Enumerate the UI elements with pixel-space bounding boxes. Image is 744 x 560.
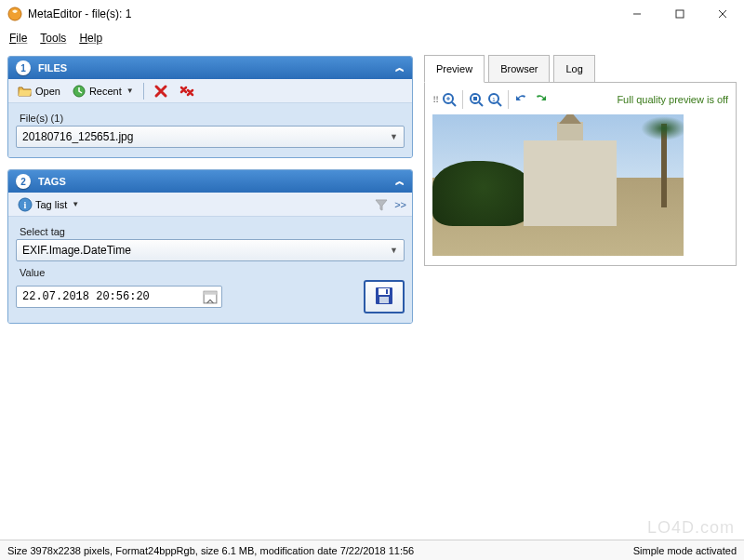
file-select-value: 20180716_125651.jpg <box>22 130 133 143</box>
value-input[interactable]: 22.07.2018 20:56:20 <box>16 286 222 308</box>
panel-number-badge: 1 <box>16 60 31 75</box>
content: 1 FILES ︽ Open Recent ▼ <box>0 48 744 538</box>
tag-select[interactable]: EXIF.Image.DateTime ▼ <box>16 239 405 261</box>
delete-button[interactable] <box>150 82 172 100</box>
value-label: Value <box>20 267 405 278</box>
expand-icon[interactable]: >> <box>394 199 406 210</box>
redo-icon[interactable] <box>533 92 548 107</box>
chevron-down-icon: ▼ <box>390 246 398 255</box>
status-left: Size 3978x2238 pixels, Format24bppRgb, s… <box>7 545 414 556</box>
preview-palm <box>661 124 667 207</box>
svg-rect-11 <box>379 288 390 295</box>
left-column: 1 FILES ︽ Open Recent ▼ <box>0 48 420 538</box>
window-title: MetaEditor - file(s): 1 <box>28 7 131 20</box>
quality-status: Full quality preview is off <box>617 94 728 105</box>
minimize-button[interactable] <box>616 0 658 28</box>
zoom-fit-icon[interactable] <box>469 92 484 107</box>
delete-all-button[interactable] <box>176 82 198 100</box>
svg-rect-9 <box>204 291 217 294</box>
menu-help[interactable]: Help <box>79 32 102 45</box>
separator <box>508 90 509 109</box>
separator <box>462 90 463 109</box>
menubar: File Tools Help <box>0 28 744 48</box>
value-row: 22.07.2018 20:56:20 <box>16 280 405 313</box>
folder-open-icon <box>18 84 33 99</box>
dropdown-arrow-icon: ▼ <box>126 87 134 95</box>
open-label: Open <box>35 86 60 97</box>
delete-x-icon <box>153 84 168 99</box>
tag-select-value: EXIF.Image.DateTime <box>22 244 131 257</box>
save-icon <box>374 286 394 309</box>
svg-text:1: 1 <box>492 97 496 102</box>
svg-rect-13 <box>379 297 389 303</box>
save-button[interactable] <box>364 280 405 313</box>
value-text: 22.07.2018 20:56:20 <box>22 290 150 303</box>
date-picker-icon[interactable] <box>203 289 218 304</box>
svg-line-15 <box>452 102 456 106</box>
app-icon <box>7 7 22 21</box>
tags-toolbar: i Tag list ▼ >> <box>8 193 412 217</box>
recent-icon <box>72 84 86 99</box>
grip-icon: ⠿ <box>432 95 438 105</box>
dropdown-arrow-icon: ▼ <box>72 200 79 208</box>
maximize-button[interactable] <box>658 0 701 28</box>
status-right: Simple mode activated <box>633 545 737 556</box>
files-panel-header[interactable]: 1 FILES ︽ <box>8 57 412 79</box>
file-select[interactable]: 20180716_125651.jpg ▼ <box>16 126 405 148</box>
collapse-icon[interactable]: ︽ <box>395 61 405 74</box>
collapse-icon[interactable]: ︽ <box>395 175 405 188</box>
chevron-down-icon: ▼ <box>390 132 398 141</box>
svg-point-0 <box>8 7 21 20</box>
recent-button[interactable]: Recent ▼ <box>68 82 138 100</box>
separator <box>143 83 144 100</box>
tag-list-label: Tag list <box>35 199 67 210</box>
close-button[interactable] <box>701 0 744 28</box>
tabs: Preview Browser Log <box>424 54 737 82</box>
tags-panel-header[interactable]: 2 TAGS ︽ <box>8 170 412 193</box>
svg-text:i: i <box>24 200 27 210</box>
files-panel-body: File(s) (1) 20180716_125651.jpg ▼ <box>8 103 412 157</box>
panel-title: TAGS <box>38 176 66 187</box>
preview-panel: ⠿ 1 Full quality preview is off <box>424 82 737 266</box>
window-controls <box>616 0 744 28</box>
files-toolbar: Open Recent ▼ <box>8 79 412 103</box>
preview-building <box>524 140 617 226</box>
recent-label: Recent <box>89 86 122 97</box>
select-tag-label: Select tag <box>20 226 405 237</box>
filter-icon[interactable] <box>374 197 389 212</box>
menu-file[interactable]: File <box>9 32 27 45</box>
files-count-label: File(s) (1) <box>20 113 405 124</box>
tab-preview[interactable]: Preview <box>424 55 485 83</box>
files-panel: 1 FILES ︽ Open Recent ▼ <box>7 56 413 158</box>
svg-rect-12 <box>386 289 388 294</box>
zoom-actual-icon[interactable]: 1 <box>487 92 502 107</box>
tags-panel: 2 TAGS ︽ i Tag list ▼ >> Select tag EXIF… <box>7 169 413 324</box>
tags-panel-body: Select tag EXIF.Image.DateTime ▼ Value 2… <box>8 217 412 323</box>
right-column: Preview Browser Log ⠿ 1 Full quality pre… <box>420 48 744 538</box>
info-icon: i <box>18 197 33 212</box>
panel-number-badge: 2 <box>16 174 31 189</box>
tab-browser[interactable]: Browser <box>488 55 550 83</box>
preview-foliage <box>432 161 535 226</box>
statusbar: Size 3978x2238 pixels, Format24bppRgb, s… <box>0 540 744 560</box>
delete-all-icon <box>179 84 194 99</box>
tag-list-button[interactable]: i Tag list ▼ <box>14 195 83 214</box>
svg-line-22 <box>498 102 501 106</box>
svg-rect-2 <box>676 10 684 18</box>
undo-icon[interactable] <box>514 92 529 107</box>
menu-tools[interactable]: Tools <box>40 32 66 45</box>
zoom-in-icon[interactable] <box>442 92 457 107</box>
panel-title: FILES <box>38 62 67 73</box>
image-preview[interactable] <box>432 114 684 256</box>
tab-log[interactable]: Log <box>553 55 594 83</box>
preview-toolbar: ⠿ 1 Full quality preview is off <box>429 87 732 113</box>
svg-line-19 <box>479 102 483 106</box>
svg-rect-20 <box>473 97 477 100</box>
titlebar: MetaEditor - file(s): 1 <box>0 0 744 28</box>
watermark: LO4D.com <box>647 518 735 538</box>
open-button[interactable]: Open <box>14 82 64 100</box>
